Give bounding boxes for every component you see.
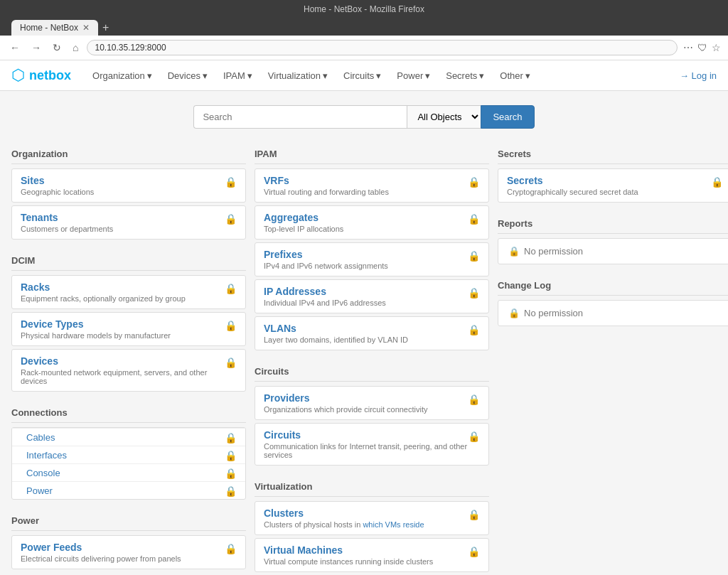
search-filter-select[interactable]: All Objects [407,105,481,129]
lock-icon: 🔒 [468,250,480,262]
nav-secrets[interactable]: Secrets ▾ [439,63,491,88]
section-connections: Connections Cables 🔒 Interfaces 🔒 Consol… [11,402,246,500]
bookmark-icon: 🛡 [697,42,707,53]
star-icon: ☆ [712,42,721,53]
list-item[interactable]: VRFs Virtual routing and forwarding tabl… [255,168,489,203]
nav-devices[interactable]: Devices ▾ [161,63,215,88]
browser-tab[interactable]: Home - NetBox ✕ [11,20,98,36]
list-item[interactable]: Racks Equipment racks, optionally organi… [11,275,246,309]
chevron-down-icon: ▾ [147,70,152,81]
lock-icon: 🔒 [468,324,480,335]
section-title-power: Power [11,510,246,531]
left-column: Organization Sites Geographic locations … [11,143,246,575]
chevron-down-icon: ▾ [376,70,381,81]
lock-icon: 🔒 [225,450,237,461]
nav-power[interactable]: Power ▾ [390,63,437,88]
home-button[interactable]: ⌂ [70,41,81,55]
menu-icon: ⋯ [683,42,693,53]
chevron-down-icon: ▾ [203,70,208,81]
section-title-virtualization: Virtualization [255,475,489,497]
address-bar: ← → ↻ ⌂ ⋯ 🛡 ☆ [0,36,728,60]
browser-title: Home - NetBox - Mozilla Firefox [6,4,722,17]
logo[interactable]: ⬡ netbox [11,60,71,90]
section-title-reports: Reports [498,213,728,234]
tab-label: Home - NetBox [20,23,78,33]
section-ipam: IPAM VRFs Virtual routing and forwarding… [255,143,489,350]
nav-other[interactable]: Other ▾ [493,63,537,88]
nav-items: Organization ▾ Devices ▾ IPAM ▾ Virtuali… [85,63,665,88]
list-item[interactable]: Sites Geographic locations 🔒 [11,168,246,203]
list-item[interactable]: Virtual Machines Virtual compute instanc… [255,538,489,572]
list-item[interactable]: Providers Organizations which provide ci… [255,386,489,420]
nav-virtualization[interactable]: Virtualization ▾ [261,63,335,88]
list-item[interactable]: Tenants Customers or departments 🔒 [11,205,246,240]
list-item[interactable]: Console 🔒 [12,463,245,481]
list-item[interactable]: Interfaces 🔒 [12,446,245,463]
no-permission-text: No permission [524,308,583,318]
list-item[interactable]: Power 🔒 [12,481,245,499]
section-title-ipam: IPAM [255,143,489,164]
list-item[interactable]: Cables 🔒 [12,428,245,446]
nav-circuits[interactable]: Circuits ▾ [336,63,388,88]
tab-close-button[interactable]: ✕ [82,23,90,33]
login-button[interactable]: → Log in [680,70,717,81]
list-item[interactable]: Clusters Clusters of physical hosts in w… [255,501,489,535]
list-item[interactable]: Devices Rack-mounted network equipment, … [11,349,246,392]
section-changelog: Change Log 🔒 No permission [498,274,728,326]
section-title-circuits: Circuits [255,360,489,382]
list-item[interactable]: Aggregates Top-level IP allocations 🔒 [255,205,489,240]
changelog-no-permission: 🔒 No permission [498,300,728,326]
forward-button[interactable]: → [28,41,44,55]
search-section: All Objects Search [0,91,728,143]
lock-icon: 🔒 [468,394,480,405]
chevron-down-icon: ▾ [479,70,484,81]
lock-icon: 🔒 [711,176,723,188]
address-input[interactable] [87,40,678,55]
section-title-dcim: DCIM [11,249,246,271]
section-organization: Organization Sites Geographic locations … [11,143,246,240]
list-item[interactable]: IP Addresses Individual IPv4 and IPv6 ad… [255,279,489,313]
lock-icon: 🔒 [508,308,520,318]
lock-icon: 🔒 [468,287,480,299]
lock-icon: 🔒 [225,468,237,479]
lock-icon: 🔒 [225,320,237,331]
reports-no-permission: 🔒 No permission [498,238,728,264]
section-circuits: Circuits Providers Organizations which p… [255,360,489,466]
lock-icon: 🔒 [468,431,480,442]
main-navbar: ⬡ netbox Organization ▾ Devices ▾ IPAM ▾… [0,60,728,91]
nav-ipam[interactable]: IPAM ▾ [216,63,259,88]
logo-icon: ⬡ [11,66,25,85]
lock-icon: 🔒 [468,213,480,225]
nav-organization[interactable]: Organization ▾ [85,63,159,88]
list-item[interactable]: Secrets Cryptographically secured secret… [498,168,728,203]
mid-column: IPAM VRFs Virtual routing and forwarding… [255,143,489,575]
right-column: Secrets Secrets Cryptographically secure… [498,143,728,575]
section-title-changelog: Change Log [498,274,728,296]
lock-icon: 🔒 [225,283,237,294]
list-item[interactable]: Prefixes IPv4 and IPv6 network assignmen… [255,242,489,276]
reload-button[interactable]: ↻ [50,41,64,55]
lock-icon: 🔒 [468,546,480,557]
lock-icon: 🔒 [225,357,237,368]
back-button[interactable]: ← [7,41,23,55]
list-item[interactable]: VLANs Layer two domains, identified by V… [255,316,489,350]
logo-text: netbox [29,68,71,83]
section-dcim: DCIM Racks Equipment racks, optionally o… [11,249,246,392]
connections-group: Cables 🔒 Interfaces 🔒 Console 🔒 Power 🔒 [11,427,246,500]
lock-icon: 🔒 [225,543,237,554]
lock-icon: 🔒 [225,213,237,225]
lock-icon: 🔒 [225,485,237,497]
section-virtualization: Virtualization Clusters Clusters of phys… [255,475,489,572]
search-button[interactable]: Search [481,105,534,129]
list-item[interactable]: Device Types Physical hardware models by… [11,312,246,346]
list-item[interactable]: Circuits Communication links for Interne… [255,423,489,466]
search-input[interactable] [193,105,407,129]
list-item[interactable]: Power Feeds Electrical circuits deliveri… [11,535,246,569]
address-icons: ⋯ 🛡 ☆ [683,42,721,53]
lock-icon: 🔒 [468,176,480,188]
lock-icon: 🔒 [225,176,237,188]
chevron-down-icon: ▾ [525,70,530,81]
section-title-secrets: Secrets [498,143,728,164]
section-title-connections: Connections [11,402,246,423]
new-tab-button[interactable]: + [98,21,113,34]
